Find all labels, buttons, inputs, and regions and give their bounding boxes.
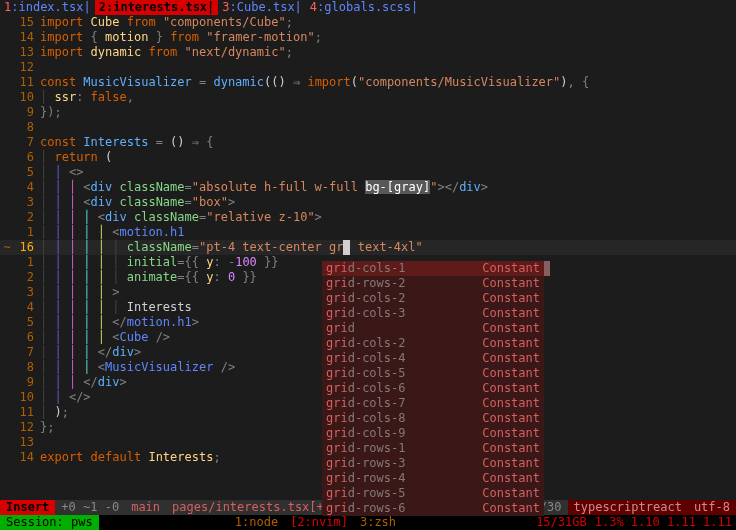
tmux-window-1[interactable]: 1:node [229,515,284,530]
popup-scrollbar[interactable] [544,261,550,276]
file-path: pages/interests.tsx[+] [166,500,337,515]
popup-item[interactable]: grid-rows-6Constant [322,501,544,516]
encoding: utf-8 [688,500,736,515]
filetype: typescriptreact [568,500,688,515]
popup-item[interactable]: grid-cols-7Constant [322,396,544,411]
tab-3[interactable]: 3:Cube.tsx| [218,0,306,15]
popup-item[interactable]: grid-cols-3Constant [322,306,544,321]
popup-item[interactable]: grid-cols-8Constant [322,411,544,426]
tab-bar: 1:index.tsx| 2:interests.tsx| 3:Cube.tsx… [0,0,736,15]
popup-item[interactable]: grid-cols-2Constant [322,291,544,306]
popup-item[interactable]: grid-cols-6Constant [322,381,544,396]
tmux-window-2-active[interactable]: [2:nvim] [284,515,354,530]
popup-item[interactable]: grid-rows-1Constant [322,441,544,456]
current-line: ~16│ │ │ │ │ │ className="pt-4 text-cent… [0,240,736,255]
popup-item[interactable]: gridConstant [322,321,544,336]
git-changes: +0 ~1 -0 [55,500,125,515]
popup-item[interactable]: grid-rows-4Constant [322,471,544,486]
mode-indicator: Insert [0,500,55,515]
tab-2-active[interactable]: 2:interests.tsx| [95,0,219,15]
git-branch: main [125,500,166,515]
tab-4[interactable]: 4:globals.scss| [306,0,422,15]
popup-item[interactable]: grid-rows-5Constant [322,486,544,501]
tmux-statusline: Session: pws 1:node [2:nvim] 3:zsh 15/31… [0,515,736,530]
completion-popup[interactable]: grid-cols-1Constant grid-rows-2Constant … [322,261,544,516]
tmux-memory: 15/31GB [532,515,591,530]
popup-item[interactable]: grid-cols-5Constant [322,366,544,381]
popup-item[interactable]: grid-cols-9Constant [322,426,544,441]
popup-item[interactable]: grid-cols-2Constant [322,336,544,351]
tab-1[interactable]: 1:index.tsx| [0,0,95,15]
popup-item-selected[interactable]: grid-cols-1Constant [322,261,544,276]
popup-item[interactable]: grid-rows-2Constant [322,276,544,291]
popup-item[interactable]: grid-rows-3Constant [322,456,544,471]
tmux-load: 1.3% 1.10 1.11 1.11 [591,515,736,530]
popup-item[interactable]: grid-cols-4Constant [322,351,544,366]
tmux-session[interactable]: Session: pws [0,515,99,530]
tmux-window-3[interactable]: 3:zsh [354,515,402,530]
